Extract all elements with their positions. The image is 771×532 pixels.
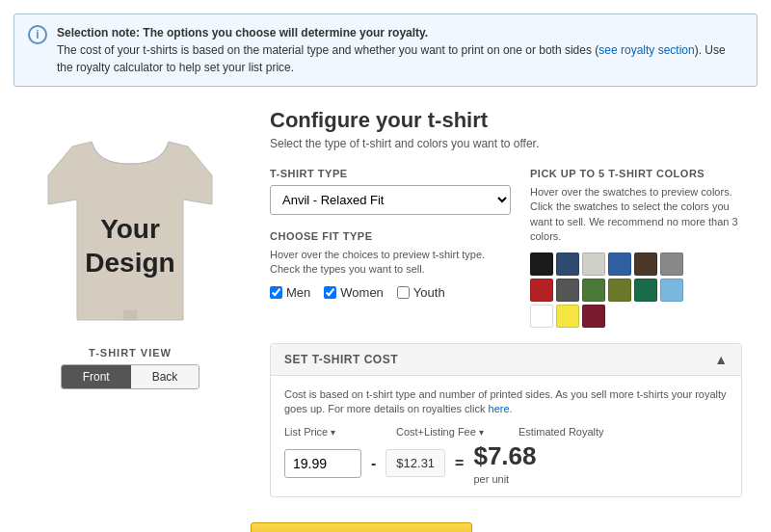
color-swatch-lightgray[interactable] (582, 253, 605, 276)
selection-note-banner: i Selection note: The options you choose… (13, 13, 758, 87)
tshirt-view-label: T-SHIRT VIEW (89, 347, 172, 359)
tshirt-type-select[interactable]: Anvil - Relaxed Fit Bella + Canvas Gilda… (270, 185, 511, 215)
config-subtitle: Select the type of t-shirt and colors yo… (270, 137, 742, 150)
youth-checkbox[interactable] (397, 286, 410, 299)
svg-rect-2 (123, 310, 137, 320)
back-view-button[interactable]: Back (131, 365, 199, 388)
color-swatch-yellow[interactable] (556, 305, 579, 328)
fit-checkboxes: Men Women Youth (270, 285, 511, 300)
cost-labels-row: List Price ▾ Cost+Listing Fee ▾ Estimat (284, 426, 728, 438)
royalty-link[interactable]: here (489, 403, 510, 414)
config-cols: T-SHIRT TYPE Anvil - Relaxed Fit Bella +… (270, 168, 742, 328)
chevron-up-icon: ▲ (714, 352, 728, 367)
color-swatch-royalblue[interactable] (608, 253, 631, 276)
royalty-display: $7.68 per unit (473, 441, 536, 485)
config-right: PICK UP TO 5 T-SHIRT COLORS Hover over t… (530, 168, 742, 328)
fit-type-label: CHOOSE FIT TYPE (270, 230, 511, 242)
selection-note-text: Selection note: The options you choose w… (57, 24, 743, 76)
color-swatch-black[interactable] (530, 253, 553, 276)
front-view-button[interactable]: Front (62, 365, 131, 388)
svg-text:Design: Design (85, 248, 174, 278)
config-left: T-SHIRT TYPE Anvil - Relaxed Fit Bella +… (270, 168, 511, 328)
color-swatch-lightblue[interactable] (660, 279, 683, 302)
royalty-col-label: Estimated Royalty (518, 426, 604, 438)
save-area: Save selection and continue Go back to p… (0, 507, 771, 532)
tshirt-preview: Your Design (39, 127, 222, 339)
cost-fee-col-label: Cost+Listing Fee ▾ (396, 426, 484, 438)
cost-desc: Cost is based on t-shirt type and number… (284, 387, 728, 417)
cost-body: Cost is based on t-shirt type and number… (271, 376, 741, 497)
save-selection-button[interactable]: Save selection and continue (251, 522, 472, 532)
cost-header-label: SET T-SHIRT COST (284, 353, 398, 366)
color-swatch-red[interactable] (530, 279, 553, 302)
tshirt-panel: Your Design T-SHIRT VIEW Front Back (19, 98, 241, 507)
config-title: Configure your t-shirt (270, 108, 742, 133)
women-checkbox[interactable] (324, 286, 336, 299)
color-swatch-green[interactable] (582, 279, 605, 302)
tshirt-svg: Your Design (39, 127, 222, 339)
list-price-col-label: List Price ▾ (284, 426, 361, 438)
color-swatch-charcoal[interactable] (556, 279, 579, 302)
equals-symbol: = (455, 455, 464, 472)
color-swatch-brown[interactable] (634, 253, 657, 276)
color-swatch-maroon[interactable] (582, 305, 605, 328)
svg-text:Your: Your (100, 214, 160, 244)
cost-section-header[interactable]: SET T-SHIRT COST ▲ (271, 344, 741, 376)
color-swatch-gray[interactable] (660, 253, 683, 276)
cost-values-row: - $12.31 = $7.68 per unit (284, 441, 728, 485)
cost-section: SET T-SHIRT COST ▲ Cost is based on t-sh… (270, 343, 742, 498)
minus-symbol: - (371, 455, 376, 472)
info-icon: i (28, 25, 47, 44)
color-pick-label: PICK UP TO 5 T-SHIRT COLORS (530, 168, 742, 179)
fit-type-desc: Hover over the choices to preview t-shir… (270, 248, 511, 278)
fit-option-youth[interactable]: Youth (397, 285, 445, 300)
fit-option-men[interactable]: Men (270, 285, 310, 300)
tshirt-type-label: T-SHIRT TYPE (270, 168, 511, 179)
cost-fee-box: $12.31 (386, 449, 445, 477)
color-swatch-white[interactable] (530, 305, 553, 328)
color-swatch-olive[interactable] (608, 279, 631, 302)
color-swatch-forest[interactable] (634, 279, 657, 302)
color-grid (530, 253, 742, 328)
color-section-desc: Hover over the swatches to preview color… (530, 185, 742, 245)
men-checkbox[interactable] (270, 286, 282, 299)
main-content: Your Design T-SHIRT VIEW Front Back Conf… (0, 98, 771, 507)
tshirt-view-buttons: Front Back (61, 364, 200, 389)
royalty-per-unit: per unit (473, 473, 536, 485)
fit-option-women[interactable]: Women (324, 285, 384, 300)
list-price-input[interactable] (284, 449, 361, 478)
config-panel: Configure your t-shirt Select the type o… (241, 98, 752, 507)
color-swatch-navy[interactable] (556, 253, 579, 276)
royalty-amount: $7.68 (473, 441, 536, 471)
royalty-section-link[interactable]: see royalty section (598, 43, 694, 57)
